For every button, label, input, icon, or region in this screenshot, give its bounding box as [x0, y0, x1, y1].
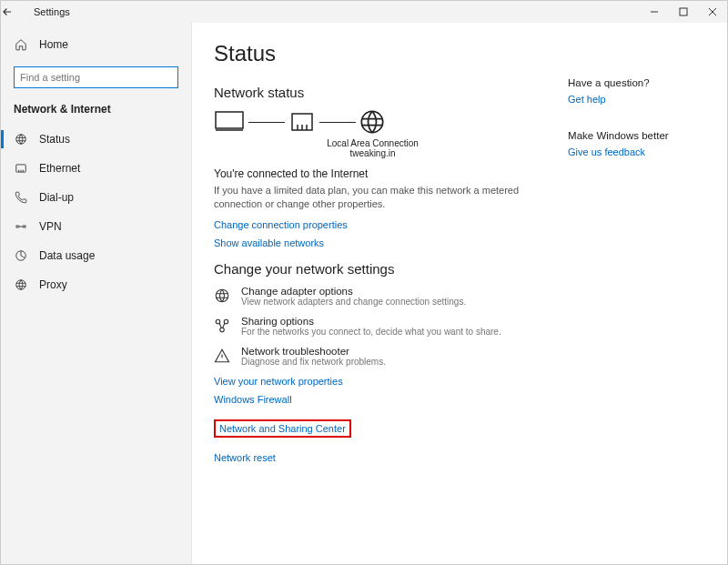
help-heading: Have a question? — [568, 77, 705, 88]
setting-sub: Diagnose and fix network problems. — [241, 357, 386, 367]
link-change-connection-properties[interactable]: Change connection properties — [214, 219, 531, 230]
link-get-help[interactable]: Get help — [568, 94, 705, 105]
svg-point-13 — [216, 289, 228, 302]
link-view-network-properties[interactable]: View your network properties — [214, 376, 531, 387]
link-give-feedback[interactable]: Give us feedback — [568, 146, 705, 157]
connection-sub: tweaking.in — [214, 148, 531, 158]
connected-text: You're connected to the Internet — [214, 167, 531, 180]
svg-point-16 — [220, 328, 225, 332]
setting-title: Change adapter options — [241, 286, 466, 297]
sidebar-item-label: VPN — [39, 220, 62, 233]
maximize-button[interactable] — [669, 1, 698, 23]
titlebar: Settings — [1, 1, 727, 23]
sidebar-item-dialup[interactable]: Dial-up — [1, 183, 191, 212]
svg-point-6 — [17, 226, 19, 227]
search-input[interactable] — [14, 66, 178, 88]
vpn-icon — [14, 220, 28, 233]
sidebar-item-label: Proxy — [39, 278, 67, 291]
setting-sharing-options[interactable]: Sharing optionsFor the networks you conn… — [214, 316, 531, 337]
sidebar-item-label: Ethernet — [39, 162, 80, 175]
page-title: Status — [214, 41, 531, 66]
ethernet-icon — [288, 110, 316, 134]
window-title: Settings — [34, 6, 70, 17]
sidebar-item-label: Status — [39, 133, 70, 146]
link-windows-firewall[interactable]: Windows Firewall — [214, 394, 531, 405]
svg-rect-10 — [216, 112, 243, 128]
setting-sub: For the networks you connect to, decide … — [241, 327, 501, 337]
sidebar-item-vpn[interactable]: VPN — [1, 212, 191, 241]
link-network-sharing-center[interactable]: Network and Sharing Center — [214, 419, 351, 438]
connected-desc: If you have a limited data plan, you can… — [214, 184, 523, 212]
setting-sub: View network adapters and change connect… — [241, 297, 466, 307]
datausage-icon — [14, 249, 28, 262]
dialup-icon — [14, 191, 28, 204]
close-button[interactable] — [698, 1, 727, 23]
svg-rect-1 — [680, 8, 687, 15]
sharing-icon — [214, 316, 230, 337]
warning-icon — [214, 346, 230, 367]
pc-icon — [214, 110, 245, 134]
link-show-available-networks[interactable]: Show available networks — [214, 237, 531, 248]
sidebar-home[interactable]: Home — [1, 30, 191, 59]
network-diagram — [214, 109, 531, 135]
setting-troubleshooter[interactable]: Network troubleshooterDiagnose and fix n… — [214, 346, 531, 367]
globe-icon — [359, 109, 385, 135]
svg-point-9 — [16, 280, 26, 290]
sidebar: Home Network & Internet Status Ethernet … — [1, 23, 192, 564]
back-button[interactable] — [1, 5, 30, 18]
section-network-status: Network status — [214, 85, 531, 100]
status-icon — [14, 133, 28, 146]
svg-point-12 — [361, 111, 382, 132]
connection-name: Local Area Connection — [214, 138, 531, 148]
setting-title: Network troubleshooter — [241, 346, 386, 357]
setting-title: Sharing options — [241, 316, 501, 327]
svg-point-4 — [16, 135, 26, 145]
sidebar-item-datausage[interactable]: Data usage — [1, 241, 191, 270]
sidebar-item-ethernet[interactable]: Ethernet — [1, 154, 191, 183]
minimize-button[interactable] — [640, 1, 669, 23]
ethernet-icon — [14, 162, 28, 175]
proxy-icon — [14, 278, 28, 291]
link-network-reset[interactable]: Network reset — [214, 452, 531, 463]
feedback-heading: Make Windows better — [568, 130, 705, 141]
setting-adapter-options[interactable]: Change adapter optionsView network adapt… — [214, 286, 531, 307]
sidebar-home-label: Home — [39, 38, 68, 51]
sidebar-item-status[interactable]: Status — [1, 125, 191, 154]
sidebar-section-head: Network & Internet — [1, 97, 191, 125]
sidebar-item-label: Data usage — [39, 249, 95, 262]
section-change-settings: Change your network settings — [214, 261, 531, 277]
sidebar-item-label: Dial-up — [39, 191, 74, 204]
home-icon — [14, 38, 28, 51]
globe-icon — [214, 286, 230, 307]
svg-point-7 — [23, 226, 25, 227]
sidebar-item-proxy[interactable]: Proxy — [1, 270, 191, 299]
